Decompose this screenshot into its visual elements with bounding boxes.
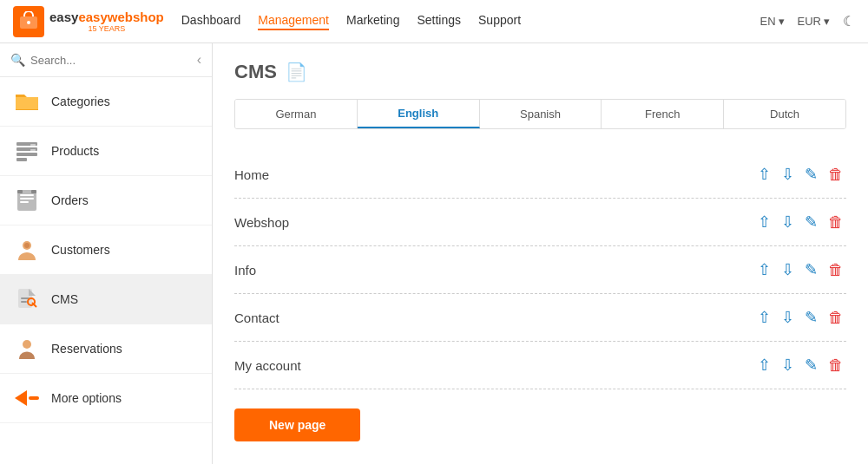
delete-button[interactable]: 🗑 [825,212,846,233]
sidebar-item-label: Categories [51,95,110,108]
sidebar-items-list: Categories Products [0,77,212,464]
logo-brand: easywebshop [78,10,163,24]
sidebar-item-orders[interactable]: Orders [0,176,212,225]
svg-rect-6 [30,144,36,146]
tab-dutch[interactable]: Dutch [724,100,845,128]
orders-icon [13,186,41,214]
delete-button[interactable]: 🗑 [825,164,846,186]
logo: easyeasywebshop 15 YEARS [13,6,164,37]
cms-row-info: Info ⇧ ⇩ ✎ 🗑 [234,246,846,294]
svg-rect-12 [17,190,23,193]
svg-rect-4 [16,153,37,156]
page-title: CMS [234,61,277,83]
move-down-button[interactable]: ⇩ [779,211,797,233]
svg-rect-18 [21,301,27,303]
tab-french[interactable]: French [602,100,724,128]
sidebar-collapse-button[interactable]: ‹ [197,52,201,68]
svg-rect-13 [31,190,36,193]
delete-button[interactable]: 🗑 [825,307,846,329]
sidebar-item-products[interactable]: Products [0,127,212,176]
sidebar-item-more[interactable]: More options [0,374,212,423]
sidebar-item-categories[interactable]: Categories [0,77,212,127]
cms-pages-list: Home ⇧ ⇩ ✎ 🗑 Webshop ⇧ ⇩ ✎ 🗑 Info [234,151,846,389]
svg-rect-7 [30,149,36,151]
move-down-button[interactable]: ⇩ [779,354,797,376]
tab-english[interactable]: English [358,100,480,128]
cms-row-actions: ⇧ ⇩ ✎ 🗑 [755,306,846,329]
sidebar-item-customers[interactable]: Customers [0,225,212,275]
currency-label: EUR [798,15,821,28]
cms-row-actions: ⇧ ⇩ ✎ 🗑 [755,211,846,233]
delete-button[interactable]: 🗑 [825,259,846,281]
cms-row-actions: ⇧ ⇩ ✎ 🗑 [755,163,846,186]
sidebar-item-label: CMS [51,292,78,306]
sidebar-item-label: Reservations [51,342,122,356]
cms-page-label: My account [234,358,755,373]
move-up-button[interactable]: ⇧ [755,354,773,376]
cms-page-label: Contact [234,310,755,325]
svg-point-1 [27,21,30,24]
edit-button[interactable]: ✎ [802,306,820,329]
nav-settings[interactable]: Settings [417,13,461,30]
cms-page-label: Home [234,167,755,182]
cms-page-label: Info [234,263,755,278]
cms-row-home: Home ⇧ ⇩ ✎ 🗑 [234,151,846,199]
move-up-button[interactable]: ⇧ [755,211,773,233]
more-options-icon [13,384,41,412]
folder-icon [13,88,41,115]
move-down-button[interactable]: ⇩ [779,306,797,329]
cms-icon [13,285,41,313]
svg-rect-22 [29,396,39,400]
cms-row-actions: ⇧ ⇩ ✎ 🗑 [755,258,846,281]
language-selector[interactable]: EN ▾ [760,15,784,28]
sidebar-item-label: Customers [51,243,110,257]
nav-right: EN ▾ EUR ▾ ☾ [760,13,855,29]
sidebar-item-cms[interactable]: CMS [0,275,212,324]
page-title-row: CMS 📄 [234,61,846,83]
nav-dashboard[interactable]: Dashboard [181,13,241,30]
currency-selector[interactable]: EUR ▾ [798,15,830,28]
move-down-button[interactable]: ⇩ [779,258,797,281]
chevron-down-icon: ▾ [779,15,785,28]
cms-row-myaccount: My account ⇧ ⇩ ✎ 🗑 [234,342,846,389]
move-up-button[interactable]: ⇧ [755,306,773,329]
sidebar-item-label: Products [51,144,99,158]
svg-rect-9 [20,194,34,196]
language-tabs: German English Spanish French Dutch [234,99,846,129]
new-page-button[interactable]: New page [234,408,360,441]
sidebar-item-label: More options [51,391,122,405]
edit-button[interactable]: ✎ [802,354,820,376]
search-input[interactable] [30,54,192,67]
svg-rect-5 [16,158,27,161]
layout: 🔍 ‹ Categories [0,43,868,464]
nav-marketing[interactable]: Marketing [346,13,399,30]
nav-management[interactable]: Management [258,13,329,30]
sidebar: 🔍 ‹ Categories [0,43,213,464]
nav-support[interactable]: Support [478,13,521,30]
logo-text-group: easyeasywebshop 15 YEARS [49,10,164,33]
cms-page-label: Webshop [234,215,755,230]
move-up-button[interactable]: ⇧ [755,163,773,186]
tab-spanish[interactable]: Spanish [480,100,602,128]
dark-mode-icon[interactable]: ☾ [843,13,855,29]
lang-label: EN [760,15,775,28]
cms-row-webshop: Webshop ⇧ ⇩ ✎ 🗑 [234,199,846,246]
move-up-button[interactable]: ⇧ [755,258,773,281]
delete-button[interactable]: 🗑 [825,355,846,376]
move-down-button[interactable]: ⇩ [779,163,797,186]
edit-button[interactable]: ✎ [802,163,820,186]
svg-marker-21 [15,390,27,406]
logo-icon [13,6,44,37]
customers-icon [13,236,41,264]
tab-german[interactable]: German [235,100,358,128]
logo-years: 15 YEARS [49,24,164,33]
nav-links: Dashboard Management Marketing Settings … [181,13,760,30]
products-icon [13,137,41,165]
sidebar-item-reservations[interactable]: Reservations [0,324,212,374]
cms-row-actions: ⇧ ⇩ ✎ 🗑 [755,354,846,376]
main-content: CMS 📄 German English Spanish French Dutc… [213,43,868,464]
reservations-icon [13,335,41,363]
edit-button[interactable]: ✎ [802,211,820,233]
svg-rect-11 [20,201,29,203]
edit-button[interactable]: ✎ [802,258,820,281]
